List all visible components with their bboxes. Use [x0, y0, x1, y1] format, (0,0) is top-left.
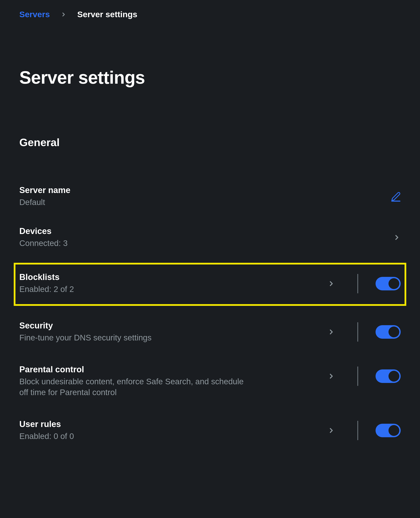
divider [357, 367, 358, 386]
user-rules-label: User rules [19, 419, 327, 429]
parental-control-toggle[interactable] [375, 370, 401, 383]
parental-control-label: Parental control [19, 365, 327, 374]
row-parental-control[interactable]: Parental control Block undesirable conte… [19, 354, 401, 409]
chevron-right-icon[interactable] [393, 234, 401, 241]
edit-icon[interactable] [391, 191, 401, 202]
divider [357, 421, 358, 440]
user-rules-toggle[interactable] [375, 424, 401, 437]
chevron-right-icon[interactable] [327, 328, 335, 336]
devices-label: Devices [19, 226, 393, 236]
user-rules-value: Enabled: 0 of 0 [19, 431, 327, 442]
devices-value: Connected: 3 [19, 238, 393, 249]
page-title: Server settings [19, 67, 401, 88]
row-server-name: Server name Default [19, 178, 401, 216]
server-name-value: Default [19, 197, 391, 208]
chevron-right-icon [60, 11, 67, 18]
parental-control-value: Block undesirable content, enforce Safe … [19, 376, 251, 398]
blocklists-toggle[interactable] [375, 277, 401, 290]
security-label: Security [19, 321, 327, 330]
chevron-right-icon[interactable] [327, 427, 335, 434]
breadcrumb: Servers Server settings [19, 10, 401, 19]
section-title-general: General [19, 136, 401, 148]
highlight-blocklists: Blocklists Enabled: 2 of 2 [14, 263, 406, 306]
breadcrumb-servers-link[interactable]: Servers [19, 10, 50, 19]
row-blocklists[interactable]: Blocklists Enabled: 2 of 2 [19, 265, 401, 304]
divider [357, 322, 358, 342]
security-toggle[interactable] [375, 325, 401, 339]
security-value: Fine-tune your DNS security settings [19, 332, 327, 343]
divider [357, 274, 358, 293]
chevron-right-icon[interactable] [327, 372, 335, 380]
row-devices[interactable]: Devices Connected: 3 [19, 216, 401, 259]
blocklists-value: Enabled: 2 of 2 [19, 284, 327, 295]
row-security[interactable]: Security Fine-tune your DNS security set… [19, 310, 401, 354]
server-name-label: Server name [19, 185, 391, 195]
blocklists-label: Blocklists [19, 272, 327, 282]
row-user-rules[interactable]: User rules Enabled: 0 of 0 [19, 409, 401, 452]
breadcrumb-current: Server settings [77, 10, 137, 19]
chevron-right-icon[interactable] [327, 280, 335, 288]
